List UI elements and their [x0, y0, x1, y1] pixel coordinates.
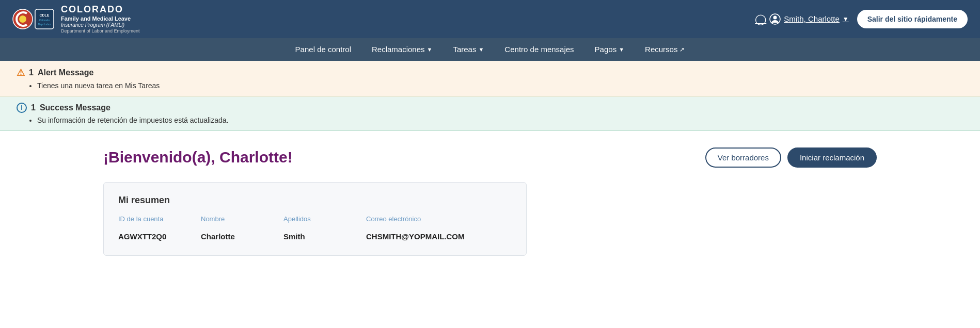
header-right: ◯ Smith, Charlotte ▼ Salir del sitio ráp…	[755, 10, 968, 28]
summary-table: ID de la cuenta Nombre Apellidos Correo …	[118, 215, 512, 241]
user-name: Smith, Charlotte	[784, 14, 840, 23]
table-header-row: ID de la cuenta Nombre Apellidos Correo …	[118, 215, 512, 227]
user-icon: ◯	[755, 13, 766, 25]
svg-text:Dept Labor: Dept Labor	[38, 23, 51, 26]
chevron-reclamaciones: ▼	[427, 46, 433, 53]
dept-label: Department of Labor and Employment	[61, 28, 140, 34]
col-header-nombre: Nombre	[201, 215, 283, 227]
summary-card-title: Mi resumen	[118, 195, 512, 206]
success-count: 1	[31, 103, 36, 112]
col-header-email: Correo electrónico	[366, 215, 512, 227]
alert-count: 1	[29, 68, 34, 77]
logo-area: CDLE Colorado Dept Labor COLORADO Family…	[12, 4, 140, 34]
svg-point-1	[19, 15, 26, 23]
nav-item-recursos[interactable]: Recursos ➚	[637, 40, 693, 59]
program-name: Family and Medical Leave	[61, 15, 140, 22]
alert-label: Alert Message	[38, 68, 94, 77]
svg-text:Colorado: Colorado	[39, 19, 50, 22]
svg-point-7	[773, 15, 777, 19]
success-banner: i 1 Success Message Su información de re…	[0, 96, 980, 131]
nav-item-reclamaciones[interactable]: Reclamaciones ▼	[363, 40, 440, 59]
program-sub: Insurance Program (FAMLI)	[61, 22, 140, 28]
welcome-actions: Ver borradores Iniciar reclamación	[705, 147, 877, 168]
user-menu[interactable]: ◯ Smith, Charlotte ▼	[755, 13, 848, 25]
top-header: CDLE Colorado Dept Labor COLORADO Family…	[0, 0, 980, 38]
welcome-title: ¡Bienvenido(a), Charlotte!	[103, 149, 293, 166]
nav-item-pagos[interactable]: Pagos ▼	[587, 40, 633, 59]
logo-text: COLORADO Family and Medical Leave Insura…	[61, 4, 140, 34]
alert-banner: ⚠ 1 Alert Message Tienes una nueva tarea…	[0, 61, 980, 96]
logo-circles: CDLE Colorado Dept Labor	[12, 8, 55, 30]
success-label: Success Message	[40, 103, 110, 112]
alert-title: ⚠ 1 Alert Message	[17, 67, 963, 78]
warning-icon: ⚠	[17, 67, 25, 78]
col-header-id: ID de la cuenta	[118, 215, 201, 227]
welcome-row: ¡Bienvenido(a), Charlotte! Ver borradore…	[103, 147, 877, 168]
nav-item-panel[interactable]: Panel de control	[287, 40, 359, 59]
success-item: Su información de retención de impuestos…	[37, 116, 963, 124]
summary-card: Mi resumen ID de la cuenta Nombre Apelli…	[103, 182, 527, 256]
cell-account-id: AGWXTT2Q0	[118, 227, 201, 241]
svg-text:CDLE: CDLE	[39, 13, 49, 17]
chevron-pagos: ▼	[619, 46, 624, 53]
state-name: COLORADO	[61, 4, 140, 15]
alert-item: Tienes una nueva tarea en Mis Tareas	[37, 81, 963, 90]
main-content: ¡Bienvenido(a), Charlotte! Ver borradore…	[0, 131, 980, 272]
alert-list: Tienes una nueva tarea en Mis Tareas	[37, 81, 963, 90]
success-list: Su información de retención de impuestos…	[37, 116, 963, 124]
nav-item-mensajes[interactable]: Centro de mensajes	[496, 40, 582, 59]
success-title: i 1 Success Message	[17, 103, 963, 113]
user-menu-chevron: ▼	[843, 15, 849, 23]
chevron-tareas: ▼	[478, 46, 484, 53]
nav-item-tareas[interactable]: Tareas ▼	[445, 40, 492, 59]
exit-button[interactable]: Salir del sitio rápidamente	[857, 10, 968, 28]
user-avatar-icon	[769, 13, 781, 25]
drafts-button[interactable]: Ver borradores	[705, 147, 781, 168]
col-header-apellidos: Apellidos	[283, 215, 366, 227]
cell-apellidos: Smith	[283, 227, 366, 241]
external-link-icon: ➚	[679, 46, 685, 53]
cell-email: CHSMITH@YOPMAIL.COM	[366, 227, 512, 241]
main-nav: Panel de control Reclamaciones ▼ Tareas …	[0, 38, 980, 61]
info-icon: i	[17, 103, 27, 113]
cell-nombre: Charlotte	[201, 227, 283, 241]
start-claim-button[interactable]: Iniciar reclamación	[787, 147, 877, 168]
co-logo: CDLE Colorado Dept Labor	[12, 8, 55, 30]
table-row: AGWXTT2Q0 Charlotte Smith CHSMITH@YOPMAI…	[118, 227, 512, 241]
